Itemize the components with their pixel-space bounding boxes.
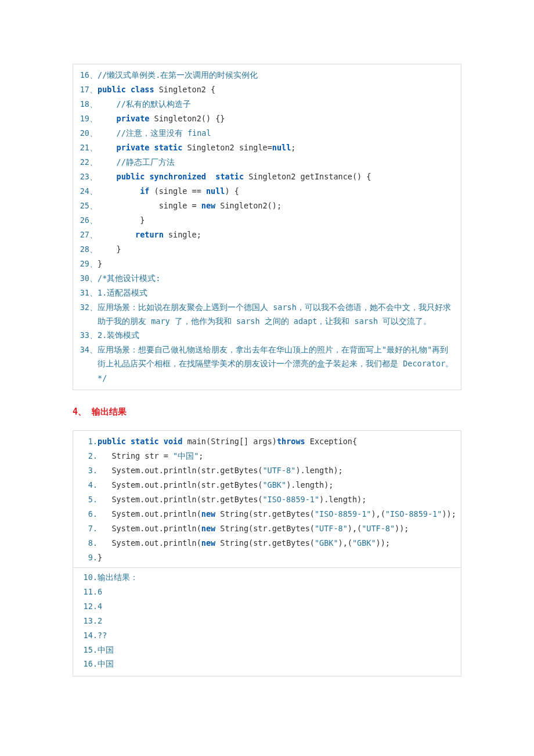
code-content: } xyxy=(98,213,456,228)
line-number: 25、 xyxy=(78,199,98,213)
line-number: 28、 xyxy=(78,242,98,257)
code-content: //静态工厂方法 xyxy=(98,155,456,170)
line-number: 1. xyxy=(78,434,98,449)
code-content: 2 xyxy=(98,614,456,628)
line-number: 3. xyxy=(78,463,98,478)
line-number: 5. xyxy=(78,492,98,507)
code-content: System.out.println(str.getBytes("GBK").l… xyxy=(98,478,456,492)
code-content: private static Singleton2 single=null; xyxy=(98,141,456,155)
code-line: 31、1.适配器模式 xyxy=(78,286,456,300)
code-content: //私有的默认构造子 xyxy=(98,97,456,111)
code-line: 6. System.out.println(new String(str.get… xyxy=(78,507,456,521)
code-block-output: 1.public static void main(String[] args)… xyxy=(73,430,461,677)
code-line: 5. System.out.println(str.getBytes("ISO-… xyxy=(78,492,456,507)
line-number: 16. xyxy=(78,657,98,671)
line-number: 32、 xyxy=(78,300,98,315)
line-number: 10. xyxy=(78,570,98,585)
line-number: 22、 xyxy=(78,155,98,170)
line-number: 17、 xyxy=(78,82,98,97)
code-line: 22、 //静态工厂方法 xyxy=(78,155,456,170)
code-content: 2.装饰模式 xyxy=(98,328,456,343)
line-number: 19、 xyxy=(78,111,98,126)
line-number: 33、 xyxy=(78,328,98,343)
code-content: String str = "中国"; xyxy=(98,449,456,463)
line-number: 11. xyxy=(78,585,98,599)
code-line: 26、 } xyxy=(78,213,456,228)
line-number: 13. xyxy=(78,614,98,628)
code-content: return single; xyxy=(98,228,456,242)
line-number: 7. xyxy=(78,521,98,536)
code-content: private Singleton2() {} xyxy=(98,111,456,126)
code-content: } xyxy=(98,257,456,271)
line-number: 27、 xyxy=(78,228,98,242)
code-line: 20、 //注意，这里没有 final xyxy=(78,126,456,141)
code-line: 4. System.out.println(str.getBytes("GBK"… xyxy=(78,478,456,492)
code-line: 7. System.out.println(new String(str.get… xyxy=(78,521,456,536)
code-line: 25、 single = new Singleton2(); xyxy=(78,199,456,213)
line-number: 30、 xyxy=(78,271,98,286)
code-line: 21、 private static Singleton2 single=nul… xyxy=(78,141,456,155)
code-line: 15.中国 xyxy=(78,643,456,657)
code-content: System.out.println(new String(str.getByt… xyxy=(98,521,456,536)
line-number: 12. xyxy=(78,599,98,614)
code-line: 1.public static void main(String[] args)… xyxy=(78,434,456,449)
code-line: 2. String str = "中国"; xyxy=(78,449,456,463)
code-line: 16.中国 xyxy=(78,657,456,671)
code-content: 4 xyxy=(98,599,456,614)
code-line: 8. System.out.println(new String(str.get… xyxy=(78,536,456,550)
line-number: 2. xyxy=(78,449,98,463)
code-line: 19、 private Singleton2() {} xyxy=(78,111,456,126)
code-content: } xyxy=(98,242,456,257)
code-line: 18、 //私有的默认构造子 xyxy=(78,97,456,111)
code-content: public static void main(String[] args)th… xyxy=(98,434,456,449)
code-content: public synchronized static Singleton2 ge… xyxy=(98,170,456,184)
code-line: 16、//懒汉式单例类.在第一次调用的时候实例化 xyxy=(78,68,456,82)
code-line: 12.4 xyxy=(78,599,456,614)
line-number: 8. xyxy=(78,536,98,550)
code-content: System.out.println(new String(str.getByt… xyxy=(98,536,456,550)
code-line: 9.} xyxy=(78,550,456,565)
line-number: 26、 xyxy=(78,213,98,228)
section-heading: 4、 输出结果 xyxy=(73,406,461,417)
line-number: 16、 xyxy=(78,68,98,82)
line-number: 9. xyxy=(78,550,98,565)
line-number: 14. xyxy=(78,628,98,643)
code-content: ?? xyxy=(98,628,456,643)
code-content: //懒汉式单例类.在第一次调用的时候实例化 xyxy=(98,68,456,82)
code-content: System.out.println(str.getBytes("ISO-885… xyxy=(98,492,456,507)
code-content: 应用场景：比如说在朋友聚会上遇到一个德国人 sarsh，可以我不会德语，她不会中… xyxy=(98,300,456,329)
code-content: if (single == null) { xyxy=(98,184,456,199)
code-line: 11.6 xyxy=(78,585,456,599)
code-content: //注意，这里没有 final xyxy=(98,126,456,141)
code-line: 27、 return single; xyxy=(78,228,456,242)
code-line: 10.输出结果： xyxy=(78,570,456,585)
line-number: 31、 xyxy=(78,286,98,300)
code-line: 33、2.装饰模式 xyxy=(78,328,456,343)
code-line: 30、/*其他设计模式: xyxy=(78,271,456,286)
line-number: 23、 xyxy=(78,170,98,184)
code-line: 3. System.out.println(str.getBytes("UTF-… xyxy=(78,463,456,478)
line-number: 29、 xyxy=(78,257,98,271)
document-page: 16、//懒汉式单例类.在第一次调用的时候实例化17、public class … xyxy=(0,0,534,756)
code-content: 6 xyxy=(98,585,456,599)
code-line: 17、public class Singleton2 { xyxy=(78,82,456,97)
code-content: single = new Singleton2(); xyxy=(98,199,456,213)
code-block-singleton: 16、//懒汉式单例类.在第一次调用的时候实例化17、public class … xyxy=(73,64,461,390)
line-number: 18、 xyxy=(78,97,98,111)
code-content: 中国 xyxy=(98,643,456,657)
code-content: System.out.println(new String(str.getByt… xyxy=(98,507,456,521)
code-line: 32、应用场景：比如说在朋友聚会上遇到一个德国人 sarsh，可以我不会德语，她… xyxy=(78,300,456,329)
code-content: System.out.println(str.getBytes("UTF-8")… xyxy=(98,463,456,478)
code-content: 中国 xyxy=(98,657,456,671)
line-number: 15. xyxy=(78,643,98,657)
code-line: 14.?? xyxy=(78,628,456,643)
code-content: 输出结果： xyxy=(98,570,456,585)
line-number: 20、 xyxy=(78,126,98,141)
code-content: } xyxy=(98,550,456,565)
code-line: 13.2 xyxy=(78,614,456,628)
line-number: 6. xyxy=(78,507,98,521)
code-line: 34、应用场景：想要自己做礼物送给朋友，拿出去年在华山顶上的照片，在背面写上"最… xyxy=(78,343,456,385)
line-number: 4. xyxy=(78,478,98,492)
code-line: 23、 public synchronized static Singleton… xyxy=(78,170,456,184)
line-number: 21、 xyxy=(78,141,98,155)
